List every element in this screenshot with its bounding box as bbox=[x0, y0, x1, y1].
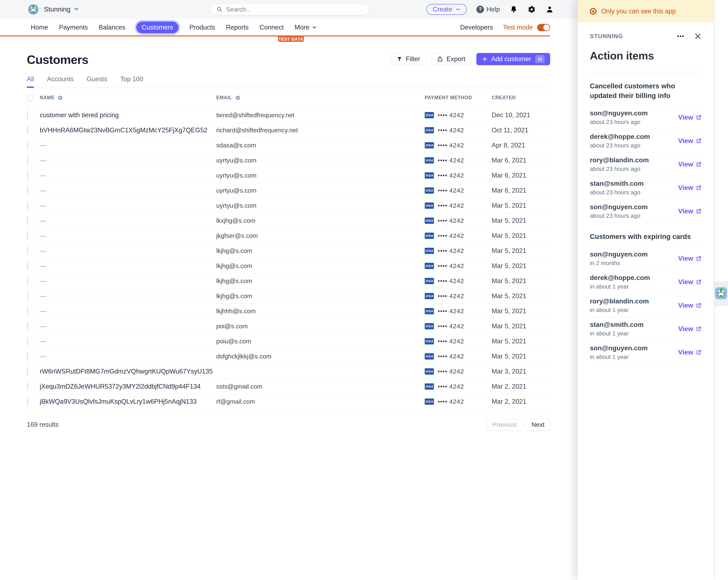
table-row[interactable]: bVHHnRA6MGtw23NvBGmC1X5gMzMcY25FjXg7QEG5… bbox=[27, 123, 550, 138]
column-header-email[interactable]: EMAIL bbox=[216, 95, 425, 101]
table-row[interactable]: jBkWQa9V3UsQlvfsJmuKspQLvLry1w6PHj5nAqjN… bbox=[27, 394, 550, 409]
export-button[interactable]: Export bbox=[431, 53, 471, 65]
row-checkbox[interactable] bbox=[27, 186, 28, 195]
row-checkbox[interactable] bbox=[27, 277, 28, 285]
tab-top-100[interactable]: Top 100 bbox=[120, 75, 143, 87]
view-link[interactable]: View bbox=[678, 137, 702, 145]
table-row[interactable]: — dsfghckjlkkj@s.com VISA •••• 4242 Mar … bbox=[27, 349, 550, 364]
table-row[interactable]: — lkjhg@s.com VISA •••• 4242 Mar 5, 2021 bbox=[27, 258, 550, 274]
row-checkbox[interactable] bbox=[27, 337, 28, 345]
table-row[interactable]: — uyrtyu@s.com VISA •••• 4242 Mar 6, 202… bbox=[27, 183, 550, 198]
search-bar[interactable] bbox=[211, 4, 369, 15]
row-checkbox[interactable] bbox=[27, 126, 28, 134]
panel-overflow-menu-icon[interactable] bbox=[677, 32, 684, 40]
org-name[interactable]: Stunning bbox=[44, 5, 70, 13]
nav-item-products[interactable]: Products bbox=[189, 24, 215, 31]
help-button[interactable]: ? Help bbox=[476, 6, 500, 13]
tab-accounts[interactable]: Accounts bbox=[47, 75, 74, 87]
row-checkbox[interactable] bbox=[27, 262, 28, 270]
view-link[interactable]: View bbox=[678, 255, 702, 262]
view-link[interactable]: View bbox=[678, 325, 702, 333]
tab-all[interactable]: All bbox=[27, 75, 34, 87]
action-item-row: son@nguyen.com about 23 hours ago View bbox=[590, 200, 702, 223]
row-checkbox[interactable] bbox=[27, 232, 28, 240]
cell-payment-method: VISA •••• 4242 bbox=[425, 262, 492, 270]
card-last4: •••• 4242 bbox=[438, 323, 464, 330]
view-link[interactable]: View bbox=[678, 348, 702, 356]
view-link[interactable]: View bbox=[678, 114, 702, 121]
row-checkbox[interactable] bbox=[27, 217, 28, 225]
nav-item-customers[interactable]: Customers bbox=[136, 22, 179, 33]
select-all-checkbox[interactable] bbox=[27, 94, 33, 101]
view-link[interactable]: View bbox=[678, 278, 702, 286]
section-title: Customers with expiring cards bbox=[590, 232, 695, 242]
row-checkbox[interactable] bbox=[27, 307, 28, 315]
add-customer-button[interactable]: Add customer N bbox=[476, 53, 550, 65]
table-row[interactable]: — uyrtyu@s.com VISA •••• 4242 Mar 6, 202… bbox=[27, 153, 550, 168]
filter-button[interactable]: Filter bbox=[391, 53, 426, 65]
nav-item-more[interactable]: More bbox=[294, 24, 317, 31]
cell-name: jXequ3mDZ6JeWHUR5372y3MY2l2ddbjfCNd9p44F… bbox=[40, 383, 216, 390]
nav-item-connect[interactable]: Connect bbox=[260, 24, 284, 31]
table-row[interactable]: — jkgfser@s.com VISA •••• 4242 Mar 5, 20… bbox=[27, 228, 550, 243]
column-settings-gear-icon[interactable] bbox=[57, 95, 63, 101]
table-row[interactable]: — poiu@s.com VISA •••• 4242 Mar 5, 2021 bbox=[27, 334, 550, 349]
notifications-bell-icon[interactable] bbox=[510, 5, 518, 14]
nav-item-balances[interactable]: Balances bbox=[99, 24, 126, 31]
table-row[interactable]: — poi@s.com VISA •••• 4242 Mar 5, 2021 bbox=[27, 319, 550, 334]
stunning-logo[interactable] bbox=[28, 4, 38, 15]
table-row[interactable]: — uyrtyu@s.com VISA •••• 4242 Mar 5, 202… bbox=[27, 198, 550, 213]
view-link[interactable]: View bbox=[678, 302, 702, 309]
table-row[interactable]: — lkjhg@s.com VISA •••• 4242 Mar 5, 2021 bbox=[27, 243, 550, 258]
column-header-name[interactable]: NAME bbox=[40, 95, 216, 101]
previous-button[interactable]: Previous bbox=[487, 419, 523, 430]
row-checkbox[interactable] bbox=[27, 111, 28, 119]
view-link[interactable]: View bbox=[678, 160, 702, 168]
row-checkbox[interactable] bbox=[27, 367, 28, 375]
table-row[interactable]: jXequ3mDZ6JeWHUR5372y3MY2l2ddbjfCNd9p44F… bbox=[27, 379, 550, 394]
external-link-icon bbox=[696, 279, 702, 285]
primary-nav: Home Payments Balances Customers Product… bbox=[0, 19, 578, 36]
row-checkbox[interactable] bbox=[27, 171, 28, 179]
table-row[interactable]: — lkjhg@s.com VISA •••• 4242 Mar 5, 2021 bbox=[27, 274, 550, 288]
column-header-payment-method[interactable]: PAYMENT METHOD bbox=[425, 95, 492, 101]
row-checkbox[interactable] bbox=[27, 322, 28, 330]
table-row[interactable]: — lkxjhg@s.com VISA •••• 4242 Mar 5, 202… bbox=[27, 213, 550, 228]
table-row[interactable]: — lkjhg@s.com VISA •••• 4242 Mar 5, 2021 bbox=[27, 288, 550, 304]
settings-gear-icon[interactable] bbox=[527, 5, 536, 14]
nav-item-payments[interactable]: Payments bbox=[59, 24, 88, 31]
create-button[interactable]: Create bbox=[426, 4, 467, 15]
column-header-created[interactable]: CREATED bbox=[492, 95, 550, 101]
view-link[interactable]: View bbox=[678, 207, 702, 215]
test-mode-toggle[interactable] bbox=[537, 24, 550, 31]
column-settings-gear-icon[interactable] bbox=[235, 95, 240, 101]
row-checkbox[interactable] bbox=[27, 382, 28, 390]
stunning-app-icon[interactable] bbox=[715, 287, 727, 299]
card-last4: •••• 4242 bbox=[438, 398, 464, 405]
nav-item-reports[interactable]: Reports bbox=[226, 24, 249, 31]
cell-name: — bbox=[40, 292, 216, 300]
tab-guests[interactable]: Guests bbox=[87, 75, 107, 87]
table-row[interactable]: rW6nWSRutDFt8MG7mGdmzVQhwgrtKUQpWu67YsyU… bbox=[27, 364, 550, 379]
table-row[interactable]: — lkjhhh@s.com VISA •••• 4242 Mar 5, 202… bbox=[27, 304, 550, 319]
next-button[interactable]: Next bbox=[526, 419, 550, 430]
nav-item-home[interactable]: Home bbox=[31, 24, 48, 31]
search-input[interactable] bbox=[226, 6, 352, 13]
panel-close-icon[interactable] bbox=[694, 32, 702, 40]
row-checkbox[interactable] bbox=[27, 156, 28, 165]
row-checkbox[interactable] bbox=[27, 397, 28, 406]
profile-person-icon[interactable] bbox=[545, 5, 554, 14]
row-checkbox[interactable] bbox=[27, 141, 28, 149]
row-checkbox[interactable] bbox=[27, 352, 28, 360]
nav-item-developers[interactable]: Developers bbox=[460, 24, 493, 31]
table-row[interactable]: customer with tiered pricing tiered@shif… bbox=[27, 108, 550, 123]
row-checkbox[interactable] bbox=[27, 247, 28, 255]
view-link[interactable]: View bbox=[678, 184, 702, 192]
table-row[interactable]: — sdasa@s.com VISA •••• 4242 Apr 8, 2021 bbox=[27, 138, 550, 153]
chevron-down-icon[interactable] bbox=[74, 6, 79, 12]
visa-card-badge: VISA bbox=[425, 263, 434, 269]
row-checkbox[interactable] bbox=[27, 201, 28, 209]
card-last4: •••• 4242 bbox=[438, 157, 464, 164]
row-checkbox[interactable] bbox=[27, 292, 28, 300]
table-row[interactable]: — uyrtyu@s.com VISA •••• 4242 Mar 6, 202… bbox=[27, 168, 550, 183]
